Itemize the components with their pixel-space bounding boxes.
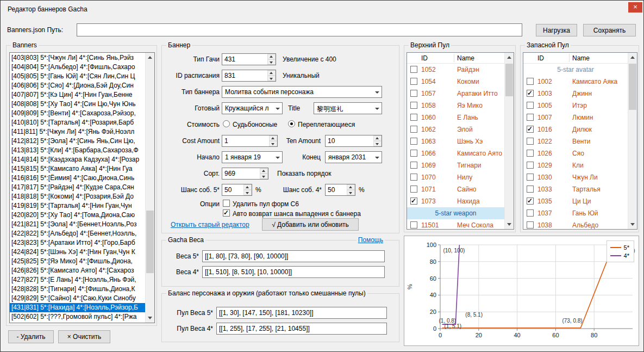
banner-list-item[interactable]: [409|809] 5*:[Венти] 4*:[Сахароза,Рэйзор… bbox=[10, 109, 145, 118]
column-header-name[interactable]: Name bbox=[457, 54, 474, 62]
pool-section-row[interactable]: 5-star avatar bbox=[523, 64, 628, 76]
pool-item-checkbox[interactable] bbox=[410, 174, 417, 181]
cost-amount-input[interactable]: 1 bbox=[222, 135, 278, 147]
column-header-name[interactable]: Name bbox=[572, 54, 590, 62]
banner-list-item[interactable]: [407|807] 5*:[Кэ Цин] 4*:[Нин Гуан,Бенне bbox=[10, 90, 145, 100]
pool-item-checkbox[interactable] bbox=[527, 150, 534, 157]
banners-listbox[interactable]: [403|803] 5*:[Чжун Ли] 4*:[Синь Янь,Рэйз… bbox=[9, 52, 155, 323]
scroll-up-arrow-icon[interactable] bbox=[628, 53, 637, 62]
pool-item-checkbox[interactable] bbox=[410, 126, 417, 133]
pool-item-row[interactable]: 1033Тарталья bbox=[523, 183, 628, 195]
banner-list-item[interactable]: [421|821] 5*:[Эола] 4*:[Беннет,Ноэлль,Ро… bbox=[10, 220, 145, 229]
option-remove-c6-checkbox[interactable] bbox=[223, 200, 230, 207]
schedule-id-input[interactable]: 831 bbox=[222, 70, 276, 82]
pool-section-row[interactable]: 5-star weapon bbox=[407, 207, 504, 219]
banner-list-item[interactable]: [411|811] 5*:[Чжун Ли] 4*:[Янь Фэй,Ноэлл bbox=[10, 127, 145, 137]
banner-list-item[interactable]: [424|824] 5*:[Шэнь Хэ] 4*:[Нин Гуан,Чун … bbox=[10, 248, 145, 257]
pool-item-checkbox[interactable] bbox=[527, 174, 534, 181]
scroll-up-arrow-icon[interactable] bbox=[146, 53, 154, 62]
pool-item-checkbox[interactable] bbox=[410, 102, 417, 109]
scroll-down-arrow-icon[interactable] bbox=[146, 313, 154, 323]
pool-item-row[interactable]: 1002Камисато Аяка bbox=[523, 76, 628, 88]
pool-item-row[interactable]: 1057Аратаки Итто bbox=[407, 88, 504, 100]
cost-radio-intertwined[interactable] bbox=[288, 120, 295, 127]
pool-item-row[interactable]: 1052Райдэн bbox=[407, 64, 504, 76]
pool-item-checkbox[interactable] bbox=[527, 209, 534, 217]
banner-list-item[interactable]: [502|602] 5*:[???,Громовой пульс] 4*:[Рж… bbox=[10, 312, 145, 322]
close-icon[interactable]: × bbox=[628, 2, 642, 13]
banner-list-item[interactable]: [416|816] 5*:[Ёимия] 4*:[Саю,Диона,Синь bbox=[10, 174, 145, 183]
banner-list-item[interactable]: [428|828] 5*:[Тигнари] 4*:[Фишль,Диона,К bbox=[10, 285, 145, 294]
option-auto-return-checkbox[interactable] bbox=[223, 209, 230, 217]
banner-list-item[interactable]: [413|813] 5*:[Кли] 4*:[Барбара,Сахароза,… bbox=[10, 146, 145, 155]
banner-list-item[interactable]: [419|819] 5*:[Тарталья] 4*:[Нин Гуан,Чун bbox=[10, 201, 145, 211]
fallback-pool-header[interactable]: ID Name bbox=[523, 53, 637, 64]
clear-banners-button[interactable]: × Очистить bbox=[58, 330, 110, 343]
spinner-icon[interactable] bbox=[260, 168, 268, 179]
pool-item-checkbox[interactable] bbox=[527, 102, 534, 109]
banner-list-item[interactable]: [405|805] 5*:[Гань Юй] 4*:[Сян Лин,Син Ц bbox=[10, 72, 145, 81]
pool-item-checkbox[interactable] bbox=[527, 90, 534, 97]
weights4-input[interactable]: [[1, 510], [8, 510], [10, 10000]] bbox=[202, 266, 385, 278]
pool-item-checkbox[interactable] bbox=[410, 78, 417, 85]
scrollbar-thumb[interactable] bbox=[629, 64, 636, 110]
banner-list-item[interactable]: [404|804] 5*:[Альбедо] 4*:[Фишль,Сахаро bbox=[10, 63, 145, 72]
pool-item-checkbox[interactable] bbox=[527, 126, 534, 133]
pool-item-row[interactable]: 1030Чжун Ли bbox=[523, 171, 628, 183]
banner-list-item[interactable]: [427|827] 5*:[Е Лань] 4*:[Ноэлль,Янь Фэй… bbox=[10, 275, 145, 285]
column-header-id[interactable]: ID bbox=[537, 54, 544, 62]
pool-item-row[interactable]: 1022Венти bbox=[523, 135, 628, 147]
banner-list-item[interactable]: [414|814] 5*:[Каэдэхара Кадзуха] 4*:[Роз… bbox=[10, 155, 145, 164]
pool-item-row[interactable]: 1071Сайно bbox=[407, 183, 504, 195]
column-header-id[interactable]: ID bbox=[421, 54, 428, 62]
end-date-picker[interactable]: января 2031 bbox=[325, 151, 382, 163]
pool-item-row[interactable]: 1060Е Лань bbox=[407, 112, 504, 123]
scroll-up-arrow-icon[interactable] bbox=[505, 53, 514, 62]
banner-list-item[interactable]: [418|818] 5*:[Кокоми] 4*:[Розария,Бэй До bbox=[10, 192, 145, 201]
help-link[interactable]: Помощь bbox=[357, 236, 385, 244]
pool-item-checkbox[interactable] bbox=[527, 78, 534, 85]
banner-list-item[interactable]: [431|831] 5*:[Нахида] 4*:[Ноэлль,Рэйзор,… bbox=[10, 303, 145, 312]
chance4-input[interactable]: 50 bbox=[325, 184, 355, 196]
spinner-icon[interactable] bbox=[373, 135, 382, 146]
pool-item-row[interactable]: 1003Джинн bbox=[523, 88, 628, 100]
pool-item-checkbox[interactable] bbox=[410, 197, 417, 205]
spinner-icon[interactable] bbox=[347, 184, 355, 195]
pool-item-row[interactable]: 1062Элой bbox=[407, 123, 504, 135]
load-button[interactable]: Нагрузка bbox=[536, 24, 577, 36]
pool-item-row[interactable]: 1058Яэ Мико bbox=[407, 100, 504, 112]
pool-item-row[interactable]: 1066Камисато Аято bbox=[407, 147, 504, 159]
gacha-type-input[interactable]: 431 bbox=[222, 53, 276, 65]
upper-pool-header[interactable]: ID Name bbox=[407, 53, 514, 64]
save-button[interactable]: Сохранять bbox=[583, 24, 636, 36]
banner-list-item[interactable]: [426|826] 5*:[Камисато Аято] 4*:[Сахароз bbox=[10, 266, 145, 275]
ten-amount-input[interactable]: 10 bbox=[325, 135, 382, 147]
prefab-select[interactable]: Кружащийся л bbox=[222, 102, 283, 114]
pool-item-checkbox[interactable] bbox=[410, 114, 417, 121]
pool-item-checkbox[interactable] bbox=[410, 150, 417, 157]
title-select[interactable]: 黎明巡礼 bbox=[314, 102, 382, 114]
spinner-icon[interactable] bbox=[243, 184, 252, 195]
pool-item-row[interactable]: 1070Нилу bbox=[407, 171, 504, 183]
pool-item-checkbox[interactable] bbox=[410, 186, 417, 193]
add-or-update-button[interactable]: √ Добавить или обновить bbox=[262, 218, 359, 231]
pool-item-row[interactable]: 1016Дилюк bbox=[523, 123, 628, 135]
pool-item-row[interactable]: 1073Нахида bbox=[407, 195, 504, 207]
banner-list-item[interactable]: [425|825] 5*:[Яэ Мико] 4*:[Фишль,Диона, bbox=[10, 257, 145, 266]
banner-list-item[interactable]: [406|806] 5*:[Сяо] 4*:[Диона,Бэй Доу,Син bbox=[10, 81, 145, 90]
scroll-down-arrow-icon[interactable] bbox=[505, 220, 514, 229]
banner-list-item[interactable]: [412|812] 5*:[Эола] 4*:[Синь Янь,Син Цю, bbox=[10, 137, 145, 146]
upper-pool-scrollbar[interactable] bbox=[504, 53, 514, 229]
banner-list-item[interactable]: [429|829] 5*:[Сайно] 4*:[Саю,Куки Синобу bbox=[10, 294, 145, 303]
pool-item-checkbox[interactable] bbox=[527, 197, 534, 205]
banner-list-item[interactable]: [420|820] 5*:[Ху Тао] 4*:[Тома,Диона,Саю bbox=[10, 211, 145, 220]
pool-item-checkbox[interactable] bbox=[527, 162, 534, 169]
path-input[interactable] bbox=[77, 23, 522, 36]
pool-item-checkbox[interactable] bbox=[527, 114, 534, 121]
pool-item-row[interactable]: 1035Ци Ци bbox=[523, 195, 628, 207]
scrollbar-thumb[interactable] bbox=[505, 64, 513, 96]
pool-item-row[interactable]: 1007Люмин bbox=[523, 112, 628, 123]
banner-list-item[interactable]: [403|803] 5*:[Чжун Ли] 4*:[Синь Янь,Рэйз bbox=[10, 53, 145, 63]
pool-item-row[interactable]: 1063Шэнь Хэ bbox=[407, 135, 504, 147]
open-old-editor-link[interactable]: Открыть старый редактор bbox=[171, 221, 249, 229]
